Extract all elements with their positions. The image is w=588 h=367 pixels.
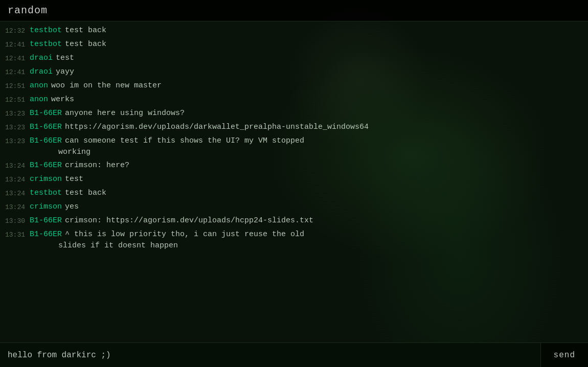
nick: B1-66ER [30,122,62,133]
timestamp: 13:23 [5,135,26,147]
timestamp: 13:24 [5,201,26,213]
msg-text: yes [65,201,79,213]
message-row: 13:30B1-66ERcrimson: https://agorism.dev… [0,214,588,228]
message-row: 13:23B1-66ERhttps://agorism.dev/uploads/… [0,121,588,134]
timestamp: 12:32 [5,25,26,37]
nick: crimson [30,174,62,185]
message-content: B1-66ERanyone here using windows? [30,108,583,119]
message-row: 12:51anonwoo im on the new master [0,79,588,93]
timestamp: 12:41 [5,39,26,51]
nick: B1-66ER [30,160,62,171]
msg-text-continued: working [30,147,583,158]
message-content: anonwerks [30,94,583,105]
message-content: testbottest back [30,25,583,36]
msg-text: test back [65,188,106,199]
chat-input[interactable] [0,343,540,367]
channel-header: random [0,0,588,21]
message-row: 13:24testbottest back [0,187,588,200]
timestamp: 12:41 [5,53,26,64]
channel-name: random [8,5,48,16]
msg-text: https://agorism.dev/uploads/darkwallet_p… [65,122,369,133]
message-content: B1-66ERcrimson: here? [30,160,583,171]
send-button[interactable]: send [540,343,588,367]
message-row: 12:32testbottest back [0,24,588,38]
input-bar: send [0,342,588,367]
message-row: 12:41testbottest back [0,38,588,52]
nick: testbot [30,39,62,50]
timestamp: 13:31 [5,229,26,241]
message-content: testbottest back [30,39,583,50]
message-content: B1-66ER^ this is low priority tho, i can… [30,229,583,251]
message-row: 12:41draoitest [0,52,588,65]
message-content: B1-66ERcan someone test if this shows th… [30,135,583,158]
msg-text: test back [65,25,106,36]
timestamp: 13:24 [5,174,26,186]
message-row: 13:31B1-66ER^ this is low priority tho, … [0,228,588,253]
message-content: draoitest [30,53,583,64]
nick: anon [30,80,48,91]
message-row: 12:51anonwerks [0,93,588,107]
message-content: B1-66ERcrimson: https://agorism.dev/uplo… [30,215,583,226]
nick: anon [30,94,48,105]
timestamp: 13:23 [5,122,26,133]
message-row: 13:24crimsonyes [0,200,588,214]
timestamp: 13:30 [5,215,26,227]
nick: B1-66ER [30,135,62,147]
msg-text-continued: slides if it doesnt happen [30,240,583,251]
nick: B1-66ER [30,215,62,226]
message-row: 13:24B1-66ERcrimson: here? [0,159,588,173]
msg-text: werks [51,94,74,105]
nick: draoi [30,66,53,78]
timestamp: 13:23 [5,108,26,120]
message-row: 13:23B1-66ERcan someone test if this sho… [0,134,588,159]
message-row: 13:24crimsontest [0,173,588,187]
timestamp: 13:24 [5,188,26,199]
message-content: B1-66ERhttps://agorism.dev/uploads/darkw… [30,122,583,133]
msg-text: ^ this is low priority tho, i can just r… [65,229,304,240]
message-content: crimsonyes [30,201,583,213]
msg-text: anyone here using windows? [65,108,185,119]
message-row: 13:23B1-66ERanyone here using windows? [0,107,588,121]
nick: crimson [30,201,62,213]
message-content: testbottest back [30,188,583,199]
msg-text: test back [65,39,106,50]
message-row: 12:41draoiyayy [0,65,588,79]
nick: testbot [30,25,62,36]
timestamp: 12:51 [5,80,26,92]
msg-text: test [56,53,74,64]
message-content: draoiyayy [30,66,583,78]
message-content: crimsontest [30,174,583,185]
msg-text: test [65,174,83,185]
chat-container: 12:32testbottest back12:41testbottest ba… [0,21,588,342]
nick: testbot [30,188,62,199]
timestamp: 13:24 [5,160,26,172]
nick: B1-66ER [30,108,62,119]
msg-text: yayy [56,66,74,78]
msg-text: can someone test if this shows the UI? m… [65,135,304,147]
timestamp: 12:41 [5,66,26,78]
timestamp: 12:51 [5,94,26,106]
msg-text: crimson: https://agorism.dev/uploads/hcp… [65,215,313,226]
nick: B1-66ER [30,229,62,240]
msg-text: crimson: here? [65,160,129,171]
msg-text: woo im on the new master [51,80,162,91]
message-content: anonwoo im on the new master [30,80,583,91]
nick: draoi [30,53,53,64]
